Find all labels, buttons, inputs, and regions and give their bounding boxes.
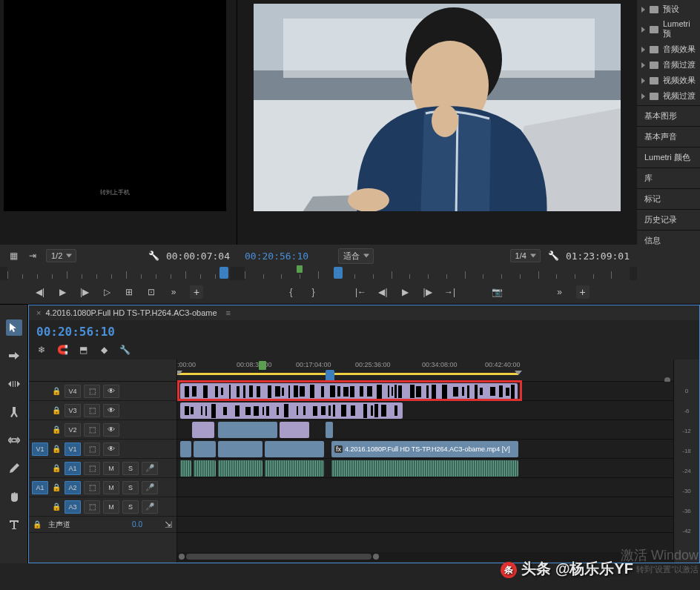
- tab-markers[interactable]: 标记: [637, 189, 700, 210]
- subtitle-clip[interactable]: [180, 383, 518, 400]
- settings-icon[interactable]: [548, 251, 558, 261]
- export-frame-icon[interactable]: 📷: [492, 286, 503, 298]
- solo-button[interactable]: S: [122, 500, 139, 514]
- track-v4-header[interactable]: 🔒 V4 ⬚ 👁: [29, 382, 176, 401]
- clip-segment[interactable]: [192, 422, 214, 438]
- more-icon[interactable]: »: [168, 286, 179, 298]
- overwrite-icon[interactable]: ⊡: [145, 286, 157, 298]
- track-v1-lane[interactable]: fx 4.2016.1080P.Full HD TS-TP.H264.AC3-o…: [177, 440, 673, 459]
- more-icon[interactable]: »: [554, 286, 566, 298]
- tab-essential-graphics[interactable]: 基本图形: [637, 106, 700, 127]
- track-select-tool[interactable]: [6, 348, 22, 364]
- play-icon[interactable]: ▶: [400, 286, 412, 298]
- program-viewer[interactable]: [254, 4, 621, 211]
- track-a3-header[interactable]: 🔒 A3 ⬚ M S 🎤: [29, 497, 176, 517]
- track-label[interactable]: V4: [65, 385, 81, 398]
- lock-icon[interactable]: 🔒: [51, 483, 62, 491]
- insert-icon[interactable]: ⇥: [27, 250, 39, 262]
- track-label[interactable]: A2: [65, 481, 81, 494]
- lock-icon[interactable]: 🔒: [51, 406, 62, 414]
- program-timecode-left[interactable]: 00:20:56:10: [245, 251, 308, 262]
- effects-item[interactable]: 预设: [637, 1, 700, 17]
- mute-button[interactable]: M: [103, 481, 119, 494]
- lock-icon[interactable]: 🔒: [32, 520, 42, 528]
- track-v2-lane[interactable]: [177, 420, 673, 440]
- step-fwd-icon[interactable]: |▶: [422, 286, 434, 298]
- step-fwd-icon[interactable]: |▶: [79, 286, 90, 298]
- program-ruler[interactable]: [245, 267, 630, 280]
- sequence-timecode[interactable]: 00:20:56:10: [36, 325, 115, 339]
- sync-lock-icon[interactable]: ⬚: [84, 442, 100, 456]
- source-patch-a1[interactable]: A1: [32, 481, 48, 494]
- work-area-start[interactable]: [177, 371, 182, 375]
- snap-icon[interactable]: 🧲: [57, 345, 67, 355]
- program-playhead[interactable]: [334, 267, 343, 279]
- slip-tool[interactable]: [6, 432, 22, 448]
- source-patch-v1[interactable]: V1: [32, 442, 48, 456]
- track-a2-lane[interactable]: [177, 478, 673, 497]
- razor-tool[interactable]: [6, 404, 22, 420]
- sync-lock-icon[interactable]: ⬚: [84, 481, 100, 494]
- tab-libraries[interactable]: 库: [637, 168, 700, 189]
- mark-in-icon[interactable]: {: [285, 286, 297, 298]
- effects-item[interactable]: 视频效果: [637, 73, 700, 88]
- collapse-icon[interactable]: ⇲: [163, 520, 174, 530]
- sync-lock-icon[interactable]: ⬚: [84, 404, 100, 417]
- effects-item[interactable]: Lumetri 预: [637, 17, 700, 42]
- master-value[interactable]: 0.0: [132, 520, 142, 528]
- track-a3-lane[interactable]: [177, 497, 673, 517]
- pen-tool[interactable]: [6, 460, 22, 477]
- clip-segment[interactable]: [218, 422, 277, 438]
- marker-icon[interactable]: ◆: [99, 345, 109, 355]
- audio-clip[interactable]: [180, 460, 191, 477]
- toggle-output-icon[interactable]: 👁: [103, 385, 119, 398]
- work-area-end[interactable]: [515, 371, 522, 375]
- menu-icon[interactable]: ≡: [226, 308, 231, 317]
- tab-lumetri-color[interactable]: Lumetri 颜色: [637, 148, 700, 168]
- track-content[interactable]: :00:00 00:08:32:00 00:17:04:00 00:25:36:…: [177, 359, 673, 563]
- toggle-output-icon[interactable]: 👁: [103, 442, 119, 456]
- toggle-output-icon[interactable]: 👁: [103, 404, 119, 417]
- settings-icon[interactable]: 🔧: [119, 345, 130, 355]
- tab-history[interactable]: 历史记录: [637, 210, 700, 231]
- linked-selection-icon[interactable]: ⬒: [78, 345, 88, 355]
- track-v3-lane[interactable]: [177, 401, 673, 420]
- track-label[interactable]: A3: [65, 500, 81, 514]
- zoom-handle-right[interactable]: [373, 554, 379, 560]
- sync-lock-icon[interactable]: ⬚: [84, 500, 100, 514]
- fit-dropdown[interactable]: 适合: [338, 248, 374, 264]
- clip-segment[interactable]: [194, 441, 216, 457]
- export-frame-icon[interactable]: ▦: [7, 250, 19, 262]
- audio-clip[interactable]: [265, 460, 324, 477]
- close-icon[interactable]: ×: [36, 308, 41, 317]
- solo-button[interactable]: S: [122, 481, 139, 494]
- track-a2-header[interactable]: A1 🔒 A2 ⬚ M S 🎤: [29, 478, 176, 497]
- toggle-output-icon[interactable]: 👁: [103, 423, 119, 437]
- track-label[interactable]: V3: [65, 404, 81, 417]
- lock-icon[interactable]: 🔒: [51, 503, 62, 511]
- source-ruler[interactable]: [7, 267, 230, 280]
- effects-item[interactable]: 音频效果: [637, 42, 700, 57]
- source-zoom-dropdown[interactable]: 1/2: [46, 249, 76, 262]
- subtitle-clip[interactable]: [180, 402, 403, 419]
- track-v2-header[interactable]: 🔒 V2 ⬚ 👁: [29, 420, 176, 440]
- mark-out-icon[interactable]: }: [308, 286, 320, 298]
- track-v4-lane[interactable]: [177, 382, 673, 401]
- clip-segment[interactable]: [218, 441, 262, 457]
- voice-over-icon[interactable]: 🎤: [142, 481, 158, 494]
- playhead[interactable]: [326, 370, 334, 380]
- go-prev-icon[interactable]: |←: [355, 286, 367, 298]
- insert-icon[interactable]: ⊞: [123, 286, 135, 298]
- voice-over-icon[interactable]: 🎤: [142, 500, 158, 514]
- effects-item[interactable]: 视频过渡: [637, 88, 700, 104]
- selection-tool[interactable]: [6, 319, 22, 336]
- sequence-tab[interactable]: × 4.2016.1080P.Full HD TS-TP.H264.AC3-ob…: [29, 305, 699, 320]
- mute-button[interactable]: M: [103, 462, 119, 475]
- solo-button[interactable]: S: [122, 462, 139, 475]
- clip-segment[interactable]: [326, 422, 333, 438]
- source-viewer[interactable]: 转到上手机: [4, 0, 226, 211]
- settings-icon[interactable]: [148, 251, 159, 261]
- source-playhead[interactable]: [219, 267, 228, 279]
- marker-icon[interactable]: [297, 265, 303, 273]
- step-back-icon[interactable]: ◀|: [377, 286, 389, 298]
